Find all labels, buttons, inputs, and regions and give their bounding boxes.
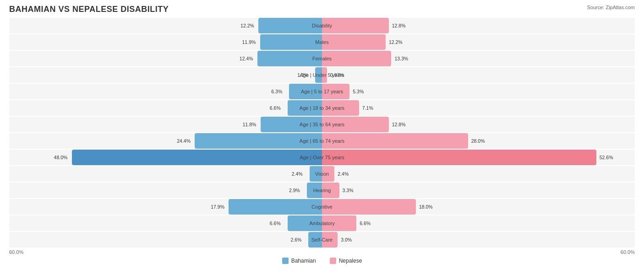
left-value: 6.6% [270,221,281,226]
bar-row-inner: 2.6% Self-Care 3.0% [9,232,635,248]
left-bar [72,150,322,165]
center-label: Age | 35 to 64 years [300,122,344,127]
right-value: 3.3% [343,188,354,193]
right-value: 12.8% [392,122,406,127]
center-label: Females [312,56,332,61]
legend-label-nepalese: Nepalese [339,258,362,264]
right-value: 0.97% [330,72,344,78]
axis-left: 60.0% [9,249,23,255]
center-label: Ambulatory [309,221,335,226]
right-bar [322,34,386,50]
bars-area: 12.2% Disability 12.8% 11.9% Males 12.2%… [9,18,635,248]
bar-row: 48.0% Age | Over 75 years 52.6% [9,150,635,165]
right-value: 2.4% [338,171,349,177]
legend-color-nepalese [330,258,336,264]
bar-row: 6.3% Age | 5 to 17 years 5.3% [9,84,635,99]
bar-row-inner: 2.4% Vision 2.4% [9,166,635,182]
center-label: Vision [315,171,329,177]
right-bar [322,51,391,66]
chart-title: BAHAMIAN VS NEPALESE DISABILITY [9,5,635,14]
bar-row: 6.6% Age | 18 to 34 years 7.1% [9,100,635,116]
center-label: Age | Over 75 years [300,155,344,160]
bar-row-inner: 12.2% Disability 12.8% [9,18,635,33]
center-label: Hearing [313,188,331,193]
bar-row-inner: 17.9% Cognitive 18.0% [9,199,635,215]
right-value: 28.0% [471,138,485,144]
left-value: 48.0% [54,155,68,160]
left-value: 2.9% [289,188,300,193]
center-label: Disability [312,23,332,28]
right-bar [322,199,416,215]
bar-row: 12.4% Females 13.3% [9,51,635,66]
bar-row: 11.9% Males 12.2% [9,34,635,50]
left-value: 11.8% [243,122,257,127]
right-bar [322,150,596,165]
center-label: Age | 18 to 34 years [300,105,344,111]
left-value: 12.4% [240,56,253,61]
bar-row: 24.4% Age | 65 to 74 years 28.0% [9,133,635,149]
legend-label-bahamian: Bahamian [291,258,316,264]
bar-row: 11.8% Age | 35 to 64 years 12.8% [9,117,635,132]
left-bar [260,34,322,50]
bar-row-inner: 11.8% Age | 35 to 64 years 12.8% [9,117,635,132]
left-value: 2.6% [290,237,301,242]
center-label: Age | 65 to 74 years [300,138,344,144]
bar-row-inner: 6.6% Age | 18 to 34 years 7.1% [9,100,635,116]
right-value: 5.3% [353,89,364,94]
bar-row-inner: 24.4% Age | 65 to 74 years 28.0% [9,133,635,149]
legend-color-bahamian [282,258,289,264]
source-text: Source: ZipAtlas.com [587,5,635,10]
right-value: 3.0% [341,237,352,242]
right-value: 12.2% [389,39,403,45]
center-label: Self-Care [311,237,333,242]
bar-row: 2.9% Hearing 3.3% [9,183,635,198]
legend: Bahamian Nepalese [9,258,635,264]
axis-labels: 60.0% 60.0% [9,249,635,255]
left-value: 12.2% [240,23,254,28]
bar-row-inner: 6.6% Ambulatory 6.6% [9,215,635,231]
right-value: 18.0% [419,204,433,210]
axis-right: 60.0% [621,249,635,255]
left-value: 6.3% [271,89,282,94]
left-bar [229,199,322,215]
left-value: 2.4% [292,171,303,177]
legend-bahamian: Bahamian [282,258,316,264]
bar-row: 1.3% Age | Under 5 years 0.97% [9,67,635,83]
right-value: 6.6% [360,221,371,226]
right-value: 52.6% [600,155,613,160]
left-value: 24.4% [177,138,191,144]
right-value: 13.3% [394,56,408,61]
bar-row: 2.6% Self-Care 3.0% [9,232,635,248]
bar-row: 12.2% Disability 12.8% [9,18,635,33]
bar-row-inner: 48.0% Age | Over 75 years 52.6% [9,150,635,165]
center-label: Age | 5 to 17 years [301,89,343,94]
bar-row: 2.4% Vision 2.4% [9,166,635,182]
bar-row: 17.9% Cognitive 18.0% [9,199,635,215]
center-label: Cognitive [311,204,333,210]
bar-row-inner: 11.9% Males 12.2% [9,34,635,50]
right-value: 12.8% [392,23,406,28]
bar-row-inner: 6.3% Age | 5 to 17 years 5.3% [9,84,635,99]
bar-row-inner: 2.9% Hearing 3.3% [9,183,635,198]
chart-container: BAHAMIAN VS NEPALESE DISABILITY Source: … [0,0,644,280]
left-value: 6.6% [270,105,281,111]
left-value: 11.9% [242,39,256,45]
left-value: 17.9% [211,204,224,210]
right-value: 7.1% [362,105,373,111]
bar-row-inner: 1.3% Age | Under 5 years 0.97% [9,67,635,83]
bar-row: 6.6% Ambulatory 6.6% [9,215,635,231]
bar-row-inner: 12.4% Females 13.3% [9,51,635,66]
center-label: Males [315,39,328,45]
legend-nepalese: Nepalese [330,258,362,264]
